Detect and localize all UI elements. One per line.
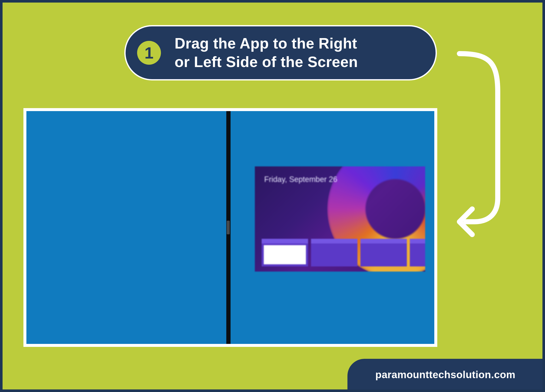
app-date-text: Friday, September 26 (264, 175, 337, 184)
split-drag-handle-icon[interactable] (227, 221, 230, 234)
dragged-app-window[interactable]: Friday, September 26 (255, 166, 425, 272)
footer-url-text: paramounttechsolution.com (375, 369, 515, 380)
instruction-card-frame: 1 Drag the App to the Right or Left Side… (0, 0, 545, 392)
calendar-tile[interactable] (410, 239, 425, 266)
calendar-tile[interactable] (262, 239, 308, 266)
calendar-tile[interactable] (360, 239, 407, 266)
footer-ribbon: paramounttechsolution.com (347, 359, 543, 390)
step-number-badge: 1 (137, 41, 161, 65)
split-screen-desktop: Friday, September 26 (26, 111, 434, 344)
step-header-pill: 1 Drag the App to the Right or Left Side… (124, 25, 437, 80)
step-title: Drag the App to the Right or Left Side o… (174, 34, 358, 72)
screenshot-frame: Friday, September 26 (23, 108, 437, 347)
flow-arrow-icon (451, 45, 510, 241)
app-tile-row (262, 239, 425, 266)
step-number: 1 (145, 44, 154, 62)
calendar-tile[interactable] (311, 239, 357, 266)
